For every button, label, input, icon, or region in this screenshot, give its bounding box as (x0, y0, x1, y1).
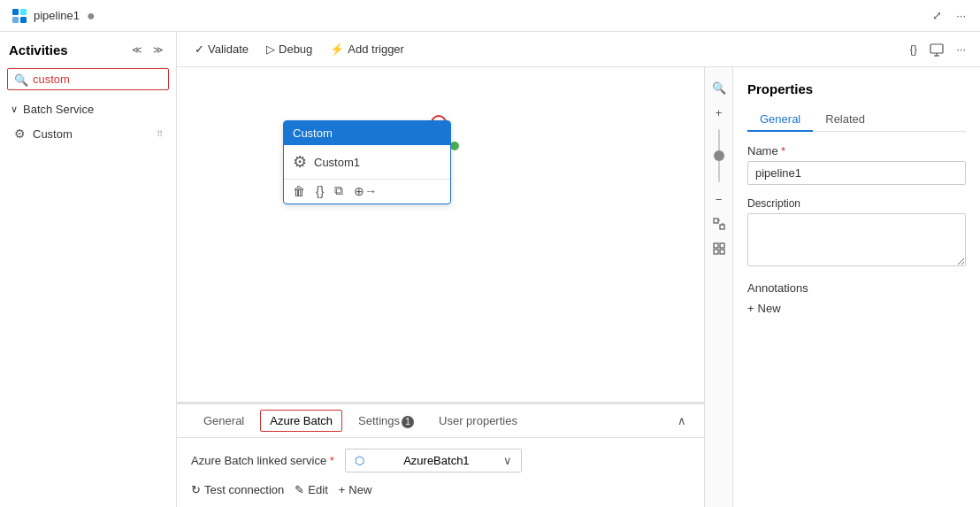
annotation-new-label: New (758, 302, 781, 315)
tab-user-properties[interactable]: User properties (426, 405, 530, 436)
fit-view-button[interactable] (708, 212, 731, 235)
expand-sidebar-button[interactable]: ≫ (149, 41, 167, 59)
collapse-panel-button[interactable]: ∧ (674, 405, 690, 436)
app-logo: pipeline1 (11, 7, 80, 25)
edit-button[interactable]: ✎ Edit (295, 483, 327, 496)
linked-service-actions: ↻ Test connection ✎ Edit + New (191, 483, 690, 496)
app-title: pipeline1 (34, 9, 80, 22)
name-field: Name * (747, 144, 966, 185)
unsaved-dot: ● (87, 8, 96, 24)
add-trigger-button[interactable]: ⚡ Add trigger (323, 39, 411, 59)
zoom-slider[interactable] (718, 129, 720, 182)
new-annotation-button[interactable]: + New (747, 302, 966, 315)
bottom-panel: General Azure Batch Settings1 User prope… (177, 402, 704, 507)
monitor-button[interactable] (926, 39, 947, 60)
description-label: Description (747, 197, 966, 210)
batch-icon: ⬡ (355, 454, 364, 467)
code-view-button[interactable]: {} (906, 39, 921, 59)
title-left: pipeline1 ● (11, 7, 96, 25)
svg-rect-13 (714, 250, 718, 254)
toolbar-right: {} ··· (906, 39, 969, 60)
props-tab-related[interactable]: Related (813, 107, 877, 131)
activity-node-header: Custom (284, 121, 450, 145)
linked-service-row: Azure Batch linked service * ⬡ AzureBatc… (191, 449, 690, 472)
description-field: Description (747, 197, 966, 269)
grid-button[interactable] (708, 237, 731, 260)
annotation-plus-icon: + (747, 302, 754, 315)
more-options-button[interactable]: ··· (953, 5, 969, 26)
linked-service-required: * (330, 454, 334, 467)
canvas-controls: 🔍 + − (704, 67, 732, 507)
linked-service-value: AzureBatch1 (403, 454, 469, 467)
tab-settings[interactable]: Settings1 (346, 405, 426, 437)
svg-rect-8 (720, 225, 724, 229)
expand-button[interactable]: ⤢ (929, 5, 946, 26)
linked-service-dropdown[interactable]: ⬡ AzureBatch1 ∨ (345, 449, 522, 472)
title-bar: pipeline1 ● ⤢ ··· (0, 0, 980, 32)
canvas-area: ✓ Validate ▷ Debug ⚡ Add trigger {} (177, 32, 980, 507)
trigger-icon: ⚡ (330, 42, 344, 56)
add-trigger-label: Add trigger (348, 42, 404, 56)
activity-node-title: Custom (293, 127, 333, 140)
annotations-field: Annotations + New (747, 281, 966, 315)
zoom-in-button[interactable]: + (708, 101, 731, 124)
batch-service-section: ∨ Batch Service ⚙ Custom ⠿ (0, 97, 176, 146)
svg-rect-2 (12, 17, 19, 23)
properties-panel: Properties General Related Name * (732, 67, 980, 507)
custom-activity-item[interactable]: ⚙ Custom ⠿ (7, 121, 169, 146)
name-label: Name * (747, 144, 966, 157)
drag-handle-icon: ⠿ (157, 129, 162, 139)
validate-button[interactable]: ✓ Validate (188, 39, 256, 59)
add-activity-icon[interactable]: ⊕→ (354, 184, 377, 198)
debug-button[interactable]: ▷ Debug (259, 39, 319, 59)
validate-icon: ✓ (195, 42, 204, 56)
svg-rect-3 (20, 17, 27, 23)
bottom-content: Azure Batch linked service * ⬡ AzureBatc… (177, 438, 704, 507)
search-canvas-button[interactable]: 🔍 (708, 76, 731, 99)
props-tab-general[interactable]: General (747, 107, 813, 131)
activity-node-body: ⚙ Custom1 (284, 145, 450, 179)
batch-service-header[interactable]: ∨ Batch Service (7, 97, 169, 121)
zoom-thumb (714, 150, 724, 161)
delete-icon[interactable]: 🗑 (293, 184, 305, 198)
name-required: * (781, 144, 785, 157)
name-input[interactable] (747, 161, 966, 185)
svg-rect-4 (930, 44, 943, 53)
activity-node[interactable]: Custom ⚙ Custom1 🗑 {} ⧉ ⊕→ (283, 120, 451, 204)
debug-icon: ▷ (266, 42, 275, 56)
collapse-all-button[interactable]: ≪ (128, 41, 146, 59)
zoom-out-button[interactable]: − (708, 188, 731, 211)
linked-service-label: Azure Batch linked service * (191, 454, 334, 467)
code-icon[interactable]: {} (316, 184, 324, 198)
pipeline-canvas[interactable]: Custom ⚙ Custom1 🗑 {} ⧉ ⊕→ 🔍 (177, 67, 732, 507)
bottom-tabs: General Azure Batch Settings1 User prope… (177, 404, 704, 438)
new-linked-service-button[interactable]: + New (339, 483, 372, 496)
test-connection-button[interactable]: ↻ Test connection (191, 483, 284, 496)
search-icon: 🔍 (14, 73, 28, 86)
success-connector (450, 142, 459, 150)
svg-rect-12 (720, 243, 724, 248)
copy-icon[interactable]: ⧉ (334, 183, 343, 198)
activity-instance-name: Custom1 (314, 156, 360, 169)
content-split: Custom ⚙ Custom1 🗑 {} ⧉ ⊕→ 🔍 (177, 67, 980, 507)
search-input[interactable] (7, 68, 169, 90)
properties-tabs: General Related (747, 107, 966, 132)
sidebar-controls: ≪ ≫ (128, 41, 167, 59)
description-textarea[interactable] (747, 213, 966, 266)
test-connection-icon: ↻ (191, 483, 201, 496)
tab-azure-batch[interactable]: Azure Batch (260, 410, 342, 432)
validate-label: Validate (208, 42, 249, 56)
plus-icon: + (339, 483, 346, 496)
more-toolbar-button[interactable]: ··· (953, 39, 969, 59)
tab-general[interactable]: General (191, 405, 256, 436)
svg-rect-0 (12, 9, 19, 15)
annotations-label: Annotations (747, 281, 966, 295)
gear-icon: ⚙ (14, 127, 26, 141)
main-layout: Activities ≪ ≫ 🔍 ∨ Batch Service ⚙ Custo… (0, 32, 980, 507)
settings-badge: 1 (402, 416, 414, 428)
custom-item-left: ⚙ Custom (14, 127, 73, 141)
activity-gear-icon: ⚙ (293, 152, 307, 172)
custom-item-label: Custom (33, 127, 73, 141)
svg-rect-7 (714, 219, 718, 223)
sidebar-search: 🔍 (7, 68, 169, 90)
